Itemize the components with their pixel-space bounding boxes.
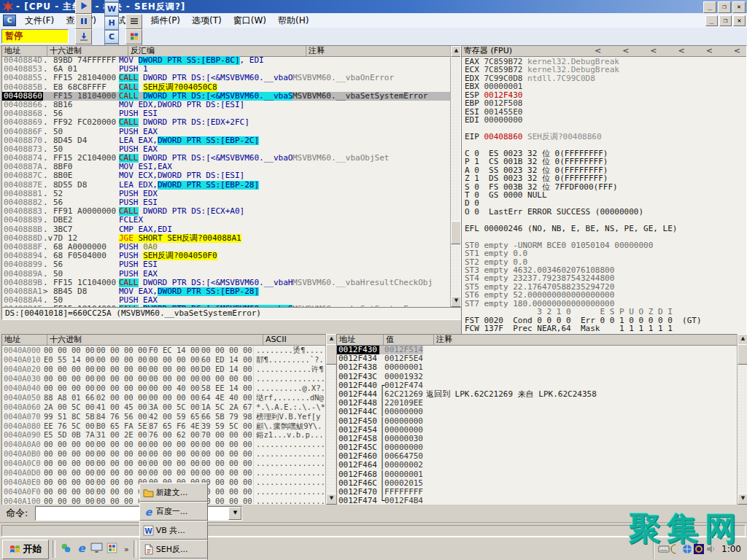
desktop-icon[interactable] xyxy=(90,542,103,556)
close-button[interactable]: ✕ xyxy=(732,1,746,13)
disasm-row[interactable]: 0040888B.3BC7CMP EAX,EDI xyxy=(2,225,451,234)
disasm-row[interactable]: 0040887C.8B0EMOV ECX,DWORD PTR DS:[ESI] xyxy=(2,171,451,180)
stack-row[interactable]: 0012F46C│00002015 xyxy=(337,479,738,488)
dropdown-arrow-icon[interactable]: ▼ xyxy=(228,507,241,520)
register-line[interactable]: EAX 7C859B72 kernel32.DebugBreak xyxy=(465,58,745,66)
register-line[interactable]: ST1 empty 0.0 xyxy=(465,249,745,257)
register-line[interactable]: EIP 00408860 SEH反调?00408860 xyxy=(465,133,745,141)
disasm-row[interactable]: 0040889A.50PUSH EAX xyxy=(2,270,451,279)
register-line[interactable]: Z 1 DS 0023 32 位 0(FFFFFFFF) xyxy=(465,174,745,182)
letter-button-H[interactable]: H xyxy=(104,16,119,30)
ie-icon[interactable]: e xyxy=(75,542,88,556)
disasm-row[interactable]: 00408874.FF15 2C104000CALL DWORD PTR DS:… xyxy=(2,154,451,163)
dump-row[interactable]: 0040A03000 00 00 0000 00 00 0000 00 00 0… xyxy=(2,374,326,384)
disasm-row[interactable]: 00408881.52PUSH EDX xyxy=(2,190,451,198)
stack-row[interactable]: 0012F45C│00000000 xyxy=(337,443,738,452)
scroll-up-icon[interactable]: ▲ xyxy=(326,334,337,345)
scroll-down-icon[interactable]: ▼ xyxy=(451,296,461,307)
dump-row[interactable]: 0040A0602A 00 5C 0041 00 45 003A 00 5C 0… xyxy=(2,402,326,412)
disasm-row[interactable]: 00408883.FF91 A0000000CALL DWORD PTR DS:… xyxy=(2,207,451,216)
taskbar-button-3[interactable]: SEH反... xyxy=(139,540,208,559)
menu-item-0[interactable]: 文件(F) xyxy=(19,14,60,27)
cpu-window-icon[interactable]: C xyxy=(3,15,16,26)
stack-row[interactable]: 0012F4340012F5E4 xyxy=(337,354,738,363)
stack-row[interactable]: 0012F43800000001 xyxy=(337,363,738,372)
disasm-row[interactable]: 004088A4.50PUSH EAX xyxy=(2,296,451,305)
register-line[interactable]: ST0 empty -UNORM BCE0 01050104 00000000 xyxy=(465,241,745,249)
dump-row[interactable]: 0040A07099 51 8C 5B84 76 56 0042 00 59 6… xyxy=(2,412,326,421)
history-arrow-icon[interactable]: < xyxy=(706,46,713,56)
register-line[interactable]: O 0 LastErr ERROR_SUCCESS (00000000) xyxy=(465,208,745,216)
stack-scrollbar[interactable]: ▲ ▼ xyxy=(737,334,747,505)
register-line[interactable]: 3 2 1 0 E S P U O Z D I xyxy=(465,308,745,316)
register-line[interactable] xyxy=(465,233,745,241)
disasm-row[interactable]: 00408868.56PUSH ESI xyxy=(2,109,451,118)
registers-history-arrows[interactable]: <<<<<< xyxy=(595,46,746,56)
register-line[interactable]: ST6 empty 52.000000000000000000 xyxy=(465,291,745,299)
register-line[interactable]: T 0 GS 0000 NULL xyxy=(465,191,745,199)
disasm-row[interactable]: 004088A1>8B45 D8MOV EAX,DWORD PTR SS:[EB… xyxy=(2,287,451,296)
stack-row[interactable]: 0012F440┌0012F474 xyxy=(337,381,738,390)
disasm-row[interactable]: 00408870.8D45 D4LEA EAX,DWORD PTR SS:[EB… xyxy=(2,136,451,145)
history-arrow-icon[interactable]: < xyxy=(650,46,657,56)
media-icon[interactable] xyxy=(106,542,118,556)
disasm-row[interactable]: 00408855.FF15 28104000CALL DWORD PTR DS:… xyxy=(2,74,451,82)
disasm-row[interactable]: 0040887A.8BF0MOV ESI,EAX xyxy=(2,163,451,171)
taskbar-button-0[interactable]: 新建文... xyxy=(139,483,208,502)
windows-list-button[interactable] xyxy=(125,14,142,29)
letter-button-C[interactable]: C xyxy=(104,30,119,44)
chevron-icon[interactable]: » xyxy=(124,545,129,554)
scroll-down-icon[interactable]: ▼ xyxy=(738,494,747,505)
scroll-down-icon[interactable]: ▼ xyxy=(326,494,337,505)
history-arrow-icon[interactable]: < xyxy=(595,46,601,56)
taskbar-button-1[interactable]: e百度一... xyxy=(139,502,208,521)
disasm-row[interactable]: 00408869.FF92 FC020000CALL DWORD PTR DS:… xyxy=(2,118,451,127)
mdi-restore-button[interactable]: ❐ xyxy=(719,15,732,26)
stack-row[interactable]: 0012F444│62C21269返回到 LPK.62C21269 来自 LPK… xyxy=(337,390,738,399)
step-into-button[interactable] xyxy=(75,29,92,44)
register-line[interactable]: ST5 empty 22.176470588235294720 xyxy=(465,283,745,291)
disasm-row[interactable]: 00408873.50PUSH EAX xyxy=(2,145,451,154)
stack-row[interactable]: 0012F460│00664750 xyxy=(337,452,738,461)
dump-row[interactable]: 0040A0B000 00 00 0000 00 00 0000 00 00 0… xyxy=(2,449,326,459)
register-line[interactable]: P 1 CS 001B 32 位 0(FFFFFFFF) xyxy=(465,158,745,166)
register-line[interactable]: S 0 FS 003B 32 位 7FFDF000(FFF) xyxy=(465,183,745,191)
register-line[interactable]: EBX 00000001 xyxy=(465,82,745,90)
register-line[interactable]: ECX 7C859B72 kernel32.DebugBreak xyxy=(465,66,745,74)
disassembly-scrollbar[interactable]: ▲ ▼ xyxy=(450,46,460,307)
register-line[interactable]: ST3 empty 4632.0034602076108800 xyxy=(465,266,745,274)
dump-row[interactable]: 0040A010E0 55 14 0000 00 00 0000 00 00 0… xyxy=(2,355,326,365)
start-button[interactable]: 开始 xyxy=(2,540,49,559)
menu-item-6[interactable]: 帮助(H) xyxy=(272,14,314,27)
history-arrow-icon[interactable]: < xyxy=(622,46,629,56)
dump-row[interactable]: 0040A0D000 00 00 0000 00 00 0000 00 00 0… xyxy=(2,468,326,478)
register-line[interactable]: EDX 7C99C0D8 ntdll.7C99C0D8 xyxy=(465,74,745,82)
register-line[interactable]: C 0 ES 0023 32 位 0(FFFFFFFF) xyxy=(465,149,745,158)
stack-row[interactable]: 0012F44C│00000000 xyxy=(337,408,738,416)
disasm-row[interactable]: 00408899.56PUSH ESI xyxy=(2,260,451,269)
appearance-button[interactable] xyxy=(125,29,142,44)
register-line[interactable]: ST2 empty 0.0 xyxy=(465,258,745,266)
register-line[interactable]: D 0 xyxy=(465,199,745,207)
stack-row[interactable]: 0012F464│00000002 xyxy=(337,461,738,470)
register-line[interactable] xyxy=(465,141,745,149)
dump-row[interactable]: 0040A04000 00 00 0000 00 00 0000 00 40 0… xyxy=(2,384,326,393)
disasm-row[interactable]: 0040885B.E8 68C8FFFFCALL SEH反调?004050C8 xyxy=(2,83,451,92)
register-line[interactable]: ESP 0012F430 xyxy=(465,91,745,99)
disasm-row[interactable]: 0040884D.89BD 74FFFFFFMOV DWORD PTR SS:[… xyxy=(2,56,451,65)
scroll-up-icon[interactable]: ▲ xyxy=(738,334,747,345)
disasm-row[interactable]: 00408866.8B16MOV EDX,DWORD PTR DS:[ESI] xyxy=(2,101,451,109)
disasm-row[interactable]: 00408894.68 F0504000PUSH SEH反调?004050F0 xyxy=(2,252,451,260)
disasm-row[interactable]: 00408889.DBE2FCLEX xyxy=(2,216,451,225)
register-line[interactable]: EDI 00000000 xyxy=(465,116,745,124)
register-line[interactable] xyxy=(465,216,745,224)
stack-row[interactable]: 0012F470│FFFFFFFF xyxy=(337,488,738,497)
stack-row[interactable]: 0012F43C00001932 xyxy=(337,373,738,381)
letter-button-W[interactable]: W xyxy=(104,2,119,16)
register-line[interactable]: EFL 00000246 (NO, NB, E, BE, NS, PE, GE,… xyxy=(465,225,745,233)
restore-button[interactable]: ❐ xyxy=(718,1,731,13)
dump-row[interactable]: 0040A00000 00 00 0000 00 00 00F0 EC 14 0… xyxy=(2,346,326,355)
register-line[interactable]: ESI 001455E0 xyxy=(465,108,745,116)
register-line[interactable]: FCW 137F Prec NEAR,64 Mask 1 1 1 1 1 1 xyxy=(465,324,745,332)
register-line[interactable] xyxy=(465,125,745,133)
